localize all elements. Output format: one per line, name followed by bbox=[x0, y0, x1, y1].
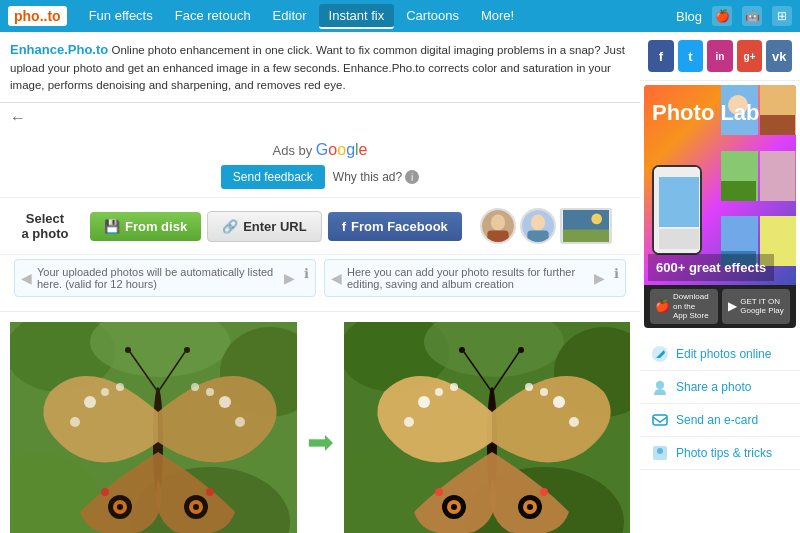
sample-landscape bbox=[562, 210, 610, 242]
svg-rect-7 bbox=[563, 230, 609, 242]
sample-photo-1[interactable] bbox=[480, 208, 516, 244]
vk-social-btn[interactable]: vk bbox=[766, 40, 792, 72]
svg-point-35 bbox=[184, 347, 190, 353]
ads-by-label: Ads by Google bbox=[8, 141, 632, 159]
facebook-social-btn[interactable]: f bbox=[648, 40, 674, 72]
effects-text: 600+ great effects bbox=[648, 254, 774, 281]
photo-tips-icon bbox=[650, 443, 670, 463]
sample-avatar-1 bbox=[482, 210, 514, 242]
nav-instant-fix[interactable]: Instant fix bbox=[319, 4, 395, 29]
back-area: ← bbox=[0, 103, 640, 133]
info-panels: ◀ Your uploaded photos will be automatic… bbox=[0, 255, 640, 312]
info-panel-uploads: ◀ Your uploaded photos will be automatic… bbox=[14, 259, 316, 297]
nav-fun-effects[interactable]: Fun effects bbox=[79, 4, 163, 29]
select-photo-label: Select a photo bbox=[10, 211, 80, 241]
google-play-button[interactable]: ▶ GET IT ON Google Play bbox=[722, 289, 790, 324]
svg-point-56 bbox=[527, 504, 533, 510]
panel-left-arrow-2[interactable]: ◀ bbox=[331, 270, 342, 286]
svg-point-31 bbox=[206, 488, 214, 496]
enter-url-button[interactable]: 🔗 Enter URL bbox=[207, 211, 322, 242]
instagram-social-btn[interactable]: in bbox=[707, 40, 733, 72]
google-logo: Google bbox=[316, 141, 368, 158]
url-icon: 🔗 bbox=[222, 219, 238, 234]
windows-icon[interactable]: ⊞ bbox=[772, 6, 792, 26]
info-panel-icon-2: ℹ bbox=[614, 266, 619, 281]
next-arrow: ➡ bbox=[307, 423, 334, 461]
nav-face-retouch[interactable]: Face retouch bbox=[165, 4, 261, 29]
svg-point-58 bbox=[540, 488, 548, 496]
ads-controls: Send feedback Why this ad? i bbox=[8, 165, 632, 189]
svg-point-16 bbox=[84, 396, 96, 408]
sidebar-edit-photos[interactable]: Edit photos online bbox=[640, 338, 800, 371]
svg-point-45 bbox=[450, 383, 458, 391]
svg-point-18 bbox=[116, 383, 124, 391]
svg-rect-5 bbox=[527, 230, 548, 242]
apple-store-icon: 🍎 bbox=[655, 299, 670, 313]
info-panel-icon-1: ℹ bbox=[304, 266, 309, 281]
why-ad: Why this ad? i bbox=[333, 170, 419, 184]
back-arrow[interactable]: ← bbox=[10, 109, 26, 126]
panel-right-arrow-2[interactable]: ▶ bbox=[594, 270, 605, 286]
svg-point-1 bbox=[491, 214, 505, 230]
svg-rect-68 bbox=[721, 181, 756, 201]
svg-rect-69 bbox=[760, 151, 795, 201]
svg-rect-2 bbox=[487, 230, 508, 242]
svg-rect-74 bbox=[659, 177, 699, 227]
svg-point-23 bbox=[235, 417, 245, 427]
svg-point-80 bbox=[657, 448, 663, 454]
nav-more[interactable]: More! bbox=[471, 4, 524, 29]
photo-tips-label: Photo tips & tricks bbox=[676, 446, 772, 460]
logo[interactable]: pho..to bbox=[8, 6, 67, 26]
enter-url-label: Enter URL bbox=[243, 219, 307, 234]
images-area: ➡ bbox=[0, 312, 640, 533]
send-ecard-icon bbox=[650, 410, 670, 430]
share-photo-icon bbox=[650, 377, 670, 397]
nav-cartoons[interactable]: Cartoons bbox=[396, 4, 469, 29]
store-buttons: 🍎 Download on the App Store ▶ GET IT ON … bbox=[644, 285, 796, 328]
svg-point-62 bbox=[518, 347, 524, 353]
apple-icon[interactable]: 🍎 bbox=[712, 6, 732, 26]
sidebar-share-photo[interactable]: Share a photo bbox=[640, 371, 800, 404]
google-play-label: GET IT ON Google Play bbox=[740, 297, 784, 316]
photo-lab-ad[interactable]: Photo Lab 600+ great effects 🍎 Download … bbox=[644, 85, 796, 328]
svg-point-8 bbox=[591, 214, 602, 225]
send-feedback-button[interactable]: Send feedback bbox=[221, 165, 325, 189]
original-photo bbox=[10, 322, 297, 533]
from-facebook-button[interactable]: f From Facebook bbox=[328, 212, 462, 241]
nav-editor[interactable]: Editor bbox=[263, 4, 317, 29]
ads-section: Ads by Google Send feedback Why this ad?… bbox=[0, 133, 640, 198]
upload-buttons: 💾 From disk 🔗 Enter URL f From Facebook bbox=[90, 211, 462, 242]
share-photo-label: Share a photo bbox=[676, 380, 751, 394]
svg-point-48 bbox=[540, 388, 548, 396]
sample-photo-2[interactable] bbox=[520, 208, 556, 244]
svg-point-20 bbox=[219, 396, 231, 408]
svg-point-34 bbox=[125, 347, 131, 353]
send-ecard-label: Send an e-card bbox=[676, 413, 758, 427]
ad-banner-top: Photo Lab 600+ great effects bbox=[644, 85, 796, 285]
googleplus-social-btn[interactable]: g+ bbox=[737, 40, 763, 72]
android-icon[interactable]: 🤖 bbox=[742, 6, 762, 26]
main-content: Enhance.Pho.to Online photo enhancement … bbox=[0, 32, 640, 533]
panel-left-arrow[interactable]: ◀ bbox=[21, 270, 32, 286]
app-store-label: Download on the App Store bbox=[673, 292, 713, 321]
sidebar-photo-tips[interactable]: Photo tips & tricks bbox=[640, 437, 800, 470]
sidebar-send-ecard[interactable]: Send an e-card bbox=[640, 404, 800, 437]
svg-rect-75 bbox=[659, 229, 699, 249]
sidebar: f t in g+ vk bbox=[640, 32, 800, 533]
app-store-button[interactable]: 🍎 Download on the App Store bbox=[650, 289, 718, 324]
enhanced-photo bbox=[344, 322, 631, 533]
svg-point-77 bbox=[656, 381, 664, 389]
from-disk-button[interactable]: 💾 From disk bbox=[90, 212, 201, 241]
disk-icon: 💾 bbox=[104, 219, 120, 234]
info-icon[interactable]: i bbox=[405, 170, 419, 184]
logo-to: .to bbox=[44, 8, 61, 24]
svg-point-49 bbox=[525, 383, 533, 391]
twitter-social-btn[interactable]: t bbox=[678, 40, 704, 72]
svg-point-29 bbox=[193, 504, 199, 510]
panel-right-arrow[interactable]: ▶ bbox=[284, 270, 295, 286]
sample-photo-3[interactable] bbox=[560, 208, 612, 244]
butterfly-enhanced-svg bbox=[344, 322, 631, 533]
why-ad-text[interactable]: Why this ad? bbox=[333, 170, 402, 184]
photo-select-area: Select a photo 💾 From disk 🔗 Enter URL f… bbox=[0, 198, 640, 255]
nav-blog[interactable]: Blog bbox=[676, 9, 702, 24]
